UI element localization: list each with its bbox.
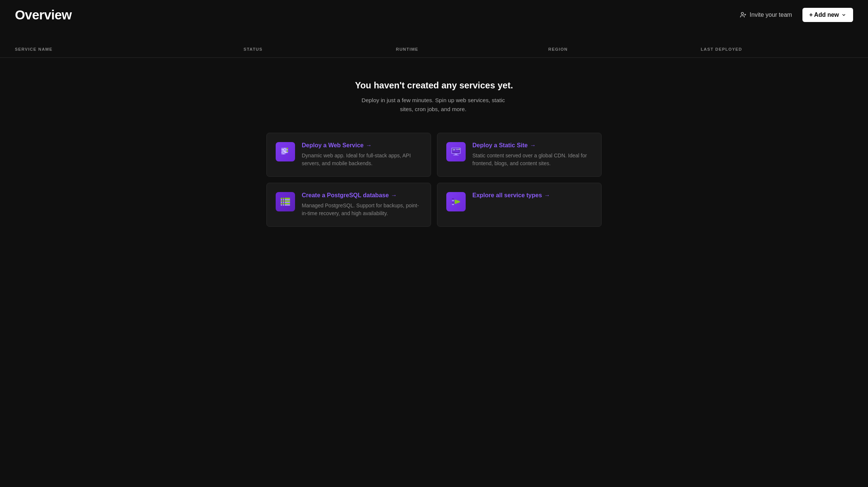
arrow-icon: → (544, 192, 550, 199)
postgresql-card-description: Managed PostgreSQL. Support for backups,… (302, 202, 422, 217)
col-region: REGION (548, 47, 701, 51)
col-status: STATUS (244, 47, 396, 51)
explore-card-title: Explore all service types → (472, 192, 592, 199)
svg-rect-25 (287, 150, 288, 152)
web-service-card-content: Deploy a Web Service → Dynamic web app. … (302, 142, 422, 167)
static-site-card-content: Deploy a Static Site → Static content se… (472, 142, 592, 167)
cards-grid: Deploy a Web Service → Dynamic web app. … (266, 133, 602, 227)
web-service-icon (276, 142, 295, 161)
svg-rect-49 (454, 199, 456, 201)
main-content: You haven't created any services yet. De… (0, 58, 868, 242)
arrow-icon: → (530, 142, 536, 149)
svg-rect-4 (283, 148, 284, 149)
svg-rect-17 (283, 152, 284, 153)
postgresql-pixel-icon (279, 196, 291, 208)
explore-card-content: Explore all service types → (472, 192, 592, 202)
svg-rect-34 (459, 148, 460, 149)
svg-rect-15 (285, 150, 287, 152)
svg-rect-50 (454, 201, 456, 202)
svg-rect-14 (284, 150, 285, 152)
deploy-static-site-card[interactable]: Deploy a Static Site → Static content se… (437, 133, 602, 177)
svg-rect-46 (452, 201, 454, 202)
svg-rect-6 (285, 148, 287, 149)
svg-rect-13 (283, 150, 284, 152)
svg-rect-23 (284, 153, 285, 154)
svg-rect-45 (452, 199, 454, 201)
svg-rect-30 (456, 150, 459, 151)
svg-rect-42 (282, 198, 283, 205)
empty-state-title: You haven't created any services yet. (355, 80, 513, 91)
svg-rect-18 (284, 152, 285, 153)
table-header: SERVICE NAME STATUS RUNTIME REGION LAST … (0, 41, 868, 58)
svg-rect-20 (287, 152, 288, 153)
svg-rect-31 (453, 151, 459, 152)
svg-rect-33 (453, 155, 459, 155)
svg-rect-11 (287, 149, 288, 151)
chevron-down-icon (841, 12, 846, 18)
svg-rect-24 (287, 148, 288, 149)
user-plus-icon (740, 12, 747, 18)
svg-rect-47 (452, 202, 454, 204)
svg-rect-7 (281, 149, 283, 151)
add-new-label: + Add new (809, 12, 839, 18)
svg-rect-19 (285, 152, 287, 153)
arrow-icon: → (391, 192, 397, 199)
svg-rect-35 (453, 149, 453, 150)
svg-rect-29 (456, 149, 460, 150)
svg-rect-44 (452, 198, 454, 200)
postgresql-icon (276, 192, 295, 211)
header-actions: Invite your team + Add new (735, 8, 853, 22)
web-service-pixel-icon (279, 146, 291, 158)
create-postgresql-card[interactable]: Create a PostgreSQL database → Managed P… (266, 183, 431, 227)
svg-rect-32 (454, 154, 457, 155)
invite-team-button[interactable]: Invite your team (735, 9, 796, 21)
svg-rect-10 (285, 149, 287, 151)
deploy-web-service-card[interactable]: Deploy a Web Service → Dynamic web app. … (266, 133, 431, 177)
empty-state: You haven't created any services yet. De… (355, 80, 513, 114)
add-new-button[interactable]: + Add new (802, 8, 853, 22)
postgresql-card-content: Create a PostgreSQL database → Managed P… (302, 192, 422, 217)
static-site-pixel-icon (450, 146, 462, 158)
postgresql-card-title: Create a PostgreSQL database → (302, 192, 422, 199)
svg-rect-54 (459, 201, 460, 202)
svg-rect-16 (281, 152, 283, 153)
svg-rect-51 (454, 202, 456, 204)
svg-rect-5 (284, 148, 285, 149)
svg-rect-43 (284, 198, 285, 205)
svg-rect-9 (284, 149, 285, 151)
svg-rect-3 (281, 148, 283, 149)
col-last-deployed: LAST DEPLOYED (701, 47, 853, 51)
explore-pixel-icon (450, 196, 462, 208)
explore-icon (446, 192, 466, 211)
web-service-card-title: Deploy a Web Service → (302, 142, 422, 149)
explore-service-types-card[interactable]: Explore all service types → (437, 183, 602, 227)
svg-point-0 (741, 12, 744, 15)
col-runtime: RUNTIME (396, 47, 548, 51)
col-service-name: SERVICE NAME (15, 47, 244, 51)
header: Overview Invite your team + Add new (0, 0, 868, 30)
svg-rect-53 (457, 202, 459, 203)
svg-rect-12 (281, 150, 283, 152)
static-site-card-description: Static content served over a global CDN.… (472, 152, 592, 167)
empty-state-description: Deploy in just a few minutes. Spin up we… (355, 96, 511, 114)
web-service-card-description: Dynamic web app. Ideal for full-stack ap… (302, 152, 422, 167)
static-site-icon (446, 142, 466, 161)
svg-rect-8 (283, 149, 284, 151)
arrow-icon: → (366, 142, 372, 149)
svg-rect-22 (283, 153, 284, 154)
svg-rect-21 (281, 153, 283, 154)
invite-team-label: Invite your team (750, 12, 792, 18)
page-title: Overview (15, 7, 72, 22)
svg-rect-48 (452, 204, 454, 205)
svg-rect-52 (457, 200, 459, 202)
static-site-card-title: Deploy a Static Site → (472, 142, 592, 149)
